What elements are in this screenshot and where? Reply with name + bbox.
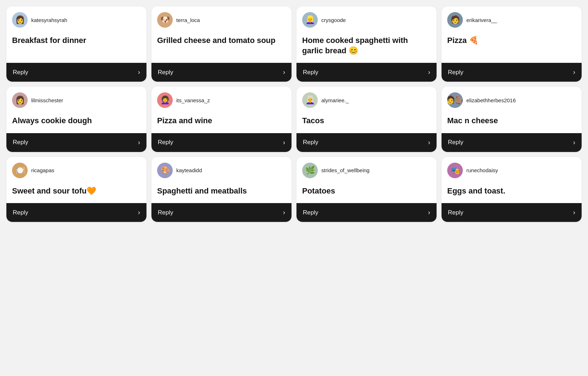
chevron-icon-6: ›: [283, 139, 285, 146]
card-7: 👩‍🦳 alymariee._ Tacos Reply ›: [296, 87, 437, 152]
user-row-5: 👩 lilmisschester: [12, 92, 141, 108]
card-3: 👱‍♀️ crysgoode Home cooked spaghetti wit…: [296, 6, 437, 82]
reply-bar-9[interactable]: Reply ›: [6, 203, 146, 222]
avatar-7: 👩‍🦳: [302, 92, 318, 108]
user-row-6: 👩‍🦱 its_vanessa_z: [157, 92, 286, 108]
card-top-7: 👩‍🦳 alymariee._ Tacos: [296, 87, 437, 133]
reply-label-11: Reply: [303, 209, 318, 216]
content-text-9: Sweet and sour tofu🧡: [12, 186, 141, 203]
card-2: 🐶 terra_loca Grilled cheese and tomato s…: [151, 6, 292, 82]
user-row-7: 👩‍🦳 alymariee._: [302, 92, 431, 108]
reply-bar-7[interactable]: Reply ›: [296, 133, 437, 152]
content-text-12: Eggs and toast.: [447, 186, 576, 203]
reply-bar-11[interactable]: Reply ›: [296, 203, 437, 222]
user-row-9: 🍽️ ricagapas: [12, 163, 141, 178]
content-text-4: Pizza 🍕: [447, 36, 576, 53]
reply-bar-5[interactable]: Reply ›: [6, 133, 146, 152]
reply-bar-2[interactable]: Reply ›: [151, 63, 292, 82]
username-11: strides_of_wellbeing: [321, 167, 370, 173]
reply-bar-1[interactable]: Reply ›: [6, 63, 146, 82]
user-row-2: 🐶 terra_loca: [157, 12, 286, 28]
chevron-icon-7: ›: [428, 139, 430, 146]
card-top-3: 👱‍♀️ crysgoode Home cooked spaghetti wit…: [296, 6, 437, 63]
username-1: katesyrahsyrah: [31, 17, 67, 23]
content-text-11: Potatoes: [302, 186, 431, 203]
user-row-8: 🧑‍🦫 elizabethherbes2016: [447, 92, 576, 108]
avatar-4: 🧑: [447, 12, 463, 28]
content-text-1: Breakfast for dinner: [12, 36, 141, 53]
avatar-3: 👱‍♀️: [302, 12, 318, 28]
reply-label-8: Reply: [448, 139, 463, 146]
avatar-8: 🧑‍🦫: [447, 92, 463, 108]
chevron-icon-2: ›: [283, 69, 285, 76]
reply-bar-3[interactable]: Reply ›: [296, 63, 437, 82]
username-5: lilmisschester: [31, 97, 63, 103]
chevron-icon-10: ›: [283, 209, 285, 216]
avatar-5: 👩: [12, 92, 28, 108]
card-8: 🧑‍🦫 elizabethherbes2016 Mac n cheese Rep…: [442, 87, 582, 152]
chevron-icon-11: ›: [428, 209, 430, 216]
username-3: crysgoode: [321, 17, 346, 23]
content-text-3: Home cooked spaghetti with garlic bread …: [302, 36, 431, 63]
reply-bar-6[interactable]: Reply ›: [151, 133, 292, 152]
card-top-12: 🎭 runechodaisy Eggs and toast.: [442, 157, 582, 203]
chevron-icon-12: ›: [573, 209, 575, 216]
avatar-6: 👩‍🦱: [157, 92, 173, 108]
avatar-11: 🌿: [302, 163, 318, 178]
avatar-10: 🎨: [157, 163, 173, 178]
reply-label-9: Reply: [13, 209, 28, 216]
reply-bar-12[interactable]: Reply ›: [442, 203, 582, 222]
chevron-icon-8: ›: [573, 139, 575, 146]
username-10: kayteadidd: [176, 167, 202, 173]
card-top-8: 🧑‍🦫 elizabethherbes2016 Mac n cheese: [442, 87, 582, 133]
user-row-11: 🌿 strides_of_wellbeing: [302, 163, 431, 178]
avatar-9: 🍽️: [12, 163, 28, 178]
chevron-icon-5: ›: [138, 139, 140, 146]
reply-label-2: Reply: [158, 69, 173, 76]
card-10: 🎨 kayteadidd Spaghetti and meatballs Rep…: [151, 157, 292, 222]
content-text-8: Mac n cheese: [447, 116, 576, 133]
avatar-1: 👩: [12, 12, 28, 28]
chevron-icon-4: ›: [573, 69, 575, 76]
content-text-5: Always cookie dough: [12, 116, 141, 133]
card-11: 🌿 strides_of_wellbeing Potatoes Reply ›: [296, 157, 437, 222]
reply-label-3: Reply: [303, 69, 318, 76]
card-1: 👩 katesyrahsyrah Breakfast for dinner Re…: [6, 6, 146, 82]
user-row-3: 👱‍♀️ crysgoode: [302, 12, 431, 28]
content-text-6: Pizza and wine: [157, 116, 286, 133]
card-top-11: 🌿 strides_of_wellbeing Potatoes: [296, 157, 437, 203]
username-7: alymariee._: [321, 97, 349, 103]
reply-bar-8[interactable]: Reply ›: [442, 133, 582, 152]
user-row-4: 🧑 erikarivera__: [447, 12, 576, 28]
card-5: 👩 lilmisschester Always cookie dough Rep…: [6, 87, 146, 152]
card-9: 🍽️ ricagapas Sweet and sour tofu🧡 Reply …: [6, 157, 146, 222]
user-row-12: 🎭 runechodaisy: [447, 163, 576, 178]
reply-label-5: Reply: [13, 139, 28, 146]
card-6: 👩‍🦱 its_vanessa_z Pizza and wine Reply ›: [151, 87, 292, 152]
username-8: elizabethherbes2016: [466, 97, 516, 103]
card-top-1: 👩 katesyrahsyrah Breakfast for dinner: [6, 6, 146, 63]
chevron-icon-3: ›: [428, 69, 430, 76]
username-4: erikarivera__: [466, 17, 497, 23]
chevron-icon-1: ›: [138, 69, 140, 76]
username-6: its_vanessa_z: [176, 97, 210, 103]
reply-label-4: Reply: [448, 69, 463, 76]
content-text-7: Tacos: [302, 116, 431, 133]
reply-bar-10[interactable]: Reply ›: [151, 203, 292, 222]
card-top-5: 👩 lilmisschester Always cookie dough: [6, 87, 146, 133]
reply-bar-4[interactable]: Reply ›: [442, 63, 582, 82]
reply-label-7: Reply: [303, 139, 318, 146]
user-row-1: 👩 katesyrahsyrah: [12, 12, 141, 28]
card-top-4: 🧑 erikarivera__ Pizza 🍕: [442, 6, 582, 63]
reply-label-10: Reply: [158, 209, 173, 216]
reply-label-6: Reply: [158, 139, 173, 146]
card-top-6: 👩‍🦱 its_vanessa_z Pizza and wine: [151, 87, 292, 133]
card-top-9: 🍽️ ricagapas Sweet and sour tofu🧡: [6, 157, 146, 203]
cards-grid: 👩 katesyrahsyrah Breakfast for dinner Re…: [6, 6, 582, 222]
card-top-10: 🎨 kayteadidd Spaghetti and meatballs: [151, 157, 292, 203]
chevron-icon-9: ›: [138, 209, 140, 216]
content-text-2: Grilled cheese and tomato soup: [157, 36, 286, 53]
username-9: ricagapas: [31, 167, 54, 173]
avatar-12: 🎭: [447, 163, 463, 178]
avatar-2: 🐶: [157, 12, 173, 28]
